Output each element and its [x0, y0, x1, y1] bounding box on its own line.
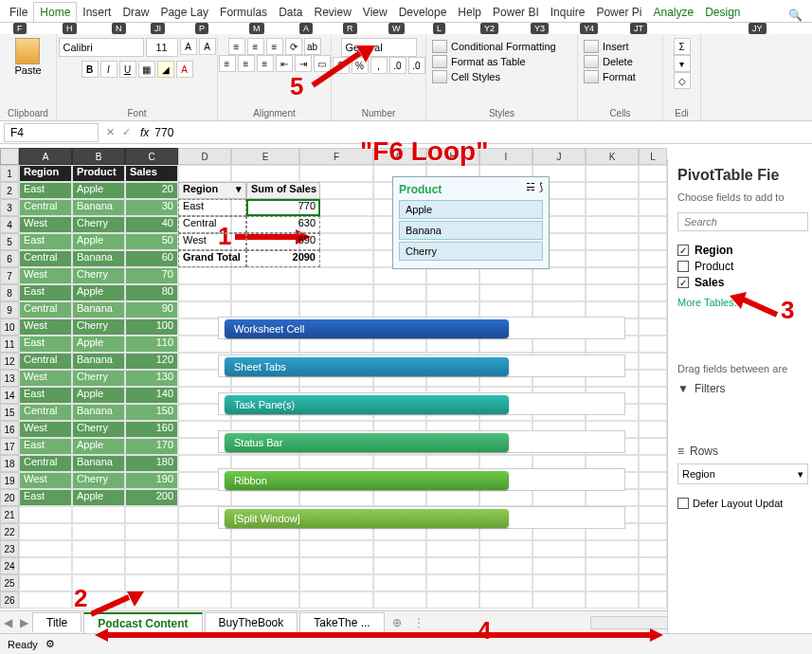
cell[interactable]: Product — [72, 165, 125, 182]
cell[interactable] — [426, 591, 479, 609]
cell[interactable] — [426, 284, 479, 301]
tab-home[interactable]: Home — [33, 2, 77, 22]
format-as-table-button[interactable]: Format as Table — [432, 55, 571, 68]
rows-dropzone[interactable]: Region▾ — [677, 463, 808, 484]
cell[interactable] — [639, 472, 667, 489]
cell[interactable] — [19, 591, 72, 609]
flowbox-6[interactable]: [Split Window] — [218, 506, 625, 529]
cell[interactable] — [639, 250, 667, 267]
cell[interactable]: Cherry — [72, 472, 125, 489]
cell[interactable] — [231, 540, 299, 557]
cell[interactable] — [479, 284, 532, 301]
cell[interactable] — [639, 421, 667, 438]
cell[interactable]: Banana — [72, 250, 125, 267]
cell[interactable]: 160 — [125, 421, 178, 438]
flowbox-5[interactable]: Ribbon — [218, 468, 625, 491]
cell[interactable]: 80 — [125, 284, 178, 301]
currency-icon[interactable]: $ — [333, 57, 350, 74]
cell[interactable] — [479, 591, 532, 609]
align-bottom-icon[interactable]: ≡ — [266, 38, 283, 55]
pivot-grand-label[interactable]: Grand Total — [178, 250, 246, 267]
cell[interactable]: East — [19, 182, 72, 199]
cell[interactable] — [639, 557, 667, 574]
cell[interactable]: 110 — [125, 336, 178, 353]
dec-decimal-icon[interactable]: .0 — [408, 57, 425, 74]
tab-review[interactable]: Review — [308, 3, 356, 22]
cell[interactable] — [639, 540, 667, 557]
cell[interactable] — [639, 387, 667, 404]
cell[interactable]: Central — [19, 301, 72, 318]
formula-input[interactable] — [154, 123, 812, 142]
cell[interactable] — [426, 574, 479, 591]
col-header-k[interactable]: K — [586, 148, 639, 165]
cell[interactable]: 150 — [125, 404, 178, 421]
clear-icon[interactable]: ◇ — [674, 72, 691, 89]
row-header-1[interactable]: 1 — [0, 165, 19, 182]
pivot-val-central[interactable]: 630 — [246, 216, 320, 233]
cell[interactable] — [586, 574, 639, 591]
cell[interactable] — [586, 284, 639, 301]
cell[interactable] — [178, 557, 231, 574]
tab-power-pivot[interactable]: Power Pi — [590, 3, 647, 22]
cell[interactable] — [373, 557, 426, 574]
bold-button[interactable]: B — [81, 61, 99, 78]
cell[interactable] — [639, 591, 667, 609]
cell[interactable] — [426, 267, 479, 284]
row-header-9[interactable]: 9 — [0, 301, 19, 318]
cell[interactable]: West — [19, 370, 72, 387]
cell[interactable] — [639, 199, 667, 216]
row-header-18[interactable]: 18 — [0, 455, 19, 472]
cell[interactable] — [639, 455, 667, 472]
cell[interactable] — [373, 574, 426, 591]
tab-file[interactable]: File — [4, 3, 33, 22]
cell[interactable] — [178, 489, 231, 506]
cell[interactable] — [586, 165, 639, 182]
cell[interactable] — [299, 165, 373, 182]
underline-button[interactable]: U — [119, 61, 136, 78]
cell[interactable]: East — [19, 284, 72, 301]
multi-select-icon[interactable]: ☵ — [526, 181, 535, 193]
cell[interactable]: West — [19, 472, 72, 489]
cell[interactable] — [72, 574, 125, 591]
cell[interactable] — [72, 506, 125, 523]
tab-formulas[interactable]: Formulas — [214, 3, 273, 22]
row-header-14[interactable]: 14 — [0, 387, 19, 404]
merge-icon[interactable]: ▭ — [314, 55, 331, 72]
font-color-button[interactable]: A — [176, 61, 193, 78]
row-header-2[interactable]: 2 — [0, 182, 19, 199]
cell[interactable] — [639, 404, 667, 421]
increase-font-icon[interactable]: A — [180, 38, 197, 55]
sheet-tab-buybook[interactable]: BuyTheBook — [205, 612, 298, 632]
col-header-a[interactable]: A — [19, 148, 72, 165]
cell[interactable]: Apple — [72, 336, 125, 353]
font-name-input[interactable] — [59, 38, 144, 57]
cell[interactable]: 100 — [125, 318, 178, 336]
cell[interactable]: 190 — [125, 472, 178, 489]
cell[interactable] — [19, 557, 72, 574]
cell[interactable] — [639, 182, 667, 199]
cell[interactable]: West — [19, 318, 72, 336]
cell[interactable] — [299, 557, 373, 574]
cell[interactable] — [125, 574, 178, 591]
cell[interactable] — [639, 370, 667, 387]
row-header-11[interactable]: 11 — [0, 336, 19, 353]
cell[interactable]: Cherry — [72, 216, 125, 233]
cell[interactable] — [231, 557, 299, 574]
slicer-item-banana[interactable]: Banana — [399, 221, 543, 240]
accessibility-icon[interactable]: ⚙ — [45, 638, 55, 650]
cell[interactable] — [532, 540, 586, 557]
row-header-15[interactable]: 15 — [0, 404, 19, 421]
cell[interactable] — [586, 216, 639, 233]
comma-icon[interactable]: , — [370, 57, 388, 74]
row-header-5[interactable]: 5 — [0, 233, 19, 250]
sheet-tab-title[interactable]: Title — [32, 612, 81, 632]
cell[interactable] — [178, 574, 231, 591]
cell[interactable] — [299, 489, 373, 506]
cell[interactable]: Central — [19, 404, 72, 421]
tab-design[interactable]: Design — [699, 3, 746, 22]
cell[interactable]: West — [19, 216, 72, 233]
cell[interactable] — [125, 506, 178, 523]
cell[interactable] — [639, 301, 667, 318]
cell[interactable] — [72, 523, 125, 540]
row-header-25[interactable]: 25 — [0, 574, 19, 591]
